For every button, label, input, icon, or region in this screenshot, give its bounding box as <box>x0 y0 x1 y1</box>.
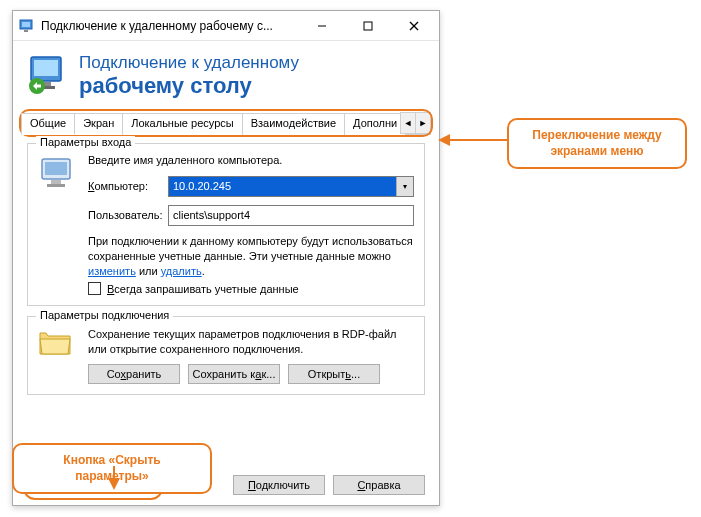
close-button[interactable] <box>391 11 437 41</box>
tab-advanced[interactable]: Дополни <box>344 113 406 135</box>
header-line2: рабочему столу <box>79 73 299 98</box>
always-ask-checkbox[interactable] <box>88 282 101 295</box>
combo-dropdown-icon[interactable]: ▾ <box>396 177 413 196</box>
connection-group-title: Параметры подключения <box>36 309 173 321</box>
edit-credentials-link[interactable]: изменить <box>88 265 136 277</box>
folder-icon <box>38 327 78 384</box>
computer-input[interactable] <box>169 177 396 196</box>
svg-rect-8 <box>34 60 58 76</box>
tab-experience[interactable]: Взаимодействие <box>242 113 345 135</box>
login-intro: Введите имя удаленного компьютера. <box>88 154 414 166</box>
svg-rect-14 <box>51 180 61 184</box>
connection-text: Сохранение текущих параметров подключени… <box>88 327 414 356</box>
titlebar: Подключение к удаленному рабочему с... <box>13 11 439 41</box>
svg-rect-13 <box>45 162 67 175</box>
always-ask-label: Всегда запрашивать учетные данные <box>107 283 299 295</box>
tab-scroll-left[interactable]: ◄ <box>400 112 416 134</box>
connection-groupbox: Параметры подключения Сохранение текущих… <box>27 316 425 395</box>
save-button[interactable]: Сохранить <box>88 364 180 384</box>
user-label: Пользователь: <box>88 209 168 221</box>
computer-icon <box>38 154 78 296</box>
tab-display[interactable]: Экран <box>74 113 123 135</box>
help-button[interactable]: Справка <box>333 475 425 495</box>
maximize-button[interactable] <box>345 11 391 41</box>
svg-rect-1 <box>22 22 30 27</box>
open-button[interactable]: Открыть... <box>288 364 380 384</box>
arrow-tabs <box>438 130 510 154</box>
callout-tabs: Переключение между экранами меню <box>507 118 687 169</box>
tab-scroll-right[interactable]: ► <box>415 112 431 134</box>
credentials-text: При подключении к данному компьютеру буд… <box>88 234 414 279</box>
header: Подключение к удаленному рабочему столу <box>13 41 439 112</box>
titlebar-text: Подключение к удаленному рабочему с... <box>41 19 299 33</box>
svg-rect-4 <box>364 22 372 30</box>
tab-general[interactable]: Общие <box>21 113 75 135</box>
user-input[interactable] <box>168 205 414 226</box>
svg-rect-15 <box>47 184 65 187</box>
login-groupbox: Параметры входа Введите имя удаленного к… <box>27 143 425 307</box>
header-line1: Подключение к удаленному <box>79 53 299 73</box>
tab-local-resources[interactable]: Локальные ресурсы <box>122 113 242 135</box>
arrow-hide <box>104 466 124 494</box>
login-group-title: Параметры входа <box>36 136 135 148</box>
save-as-button[interactable]: Сохранить как... <box>188 364 280 384</box>
connect-button[interactable]: Подключить <box>233 475 325 495</box>
tabs: Общие Экран Локальные ресурсы Взаимодейс… <box>21 112 431 135</box>
delete-credentials-link[interactable]: удалить <box>161 265 202 277</box>
computer-label: Компьютер: <box>88 180 168 192</box>
rdp-logo-icon <box>27 54 69 96</box>
svg-marker-19 <box>108 478 120 490</box>
svg-rect-2 <box>24 30 28 32</box>
svg-marker-17 <box>438 134 450 146</box>
app-icon <box>19 18 35 34</box>
computer-combo[interactable]: ▾ <box>168 176 414 197</box>
minimize-button[interactable] <box>299 11 345 41</box>
rdp-window: Подключение к удаленному рабочему с... П… <box>12 10 440 506</box>
